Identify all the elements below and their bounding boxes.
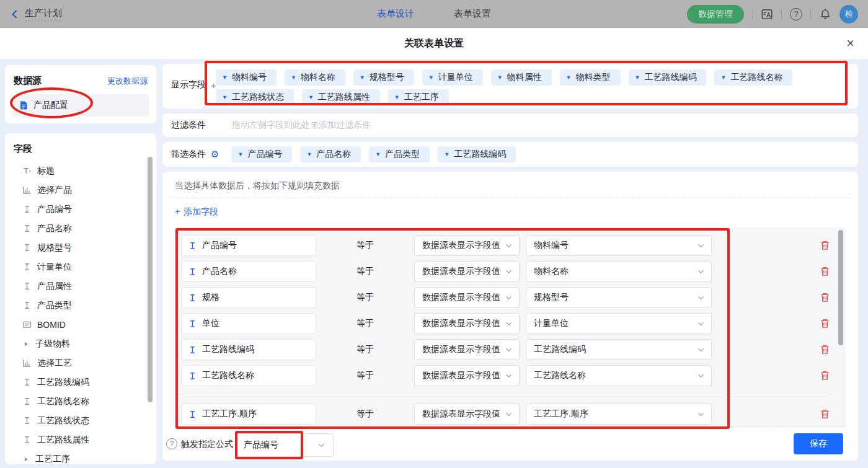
rule-value-select[interactable]: 工艺路线名称 (526, 365, 712, 386)
field-item[interactable]: 工艺路线状态 (5, 411, 156, 430)
datasource-item-product-config[interactable]: 产品配置 (12, 94, 149, 117)
screening-field-tag[interactable]: ▼产品类型 (369, 146, 430, 162)
chevron-down-icon (505, 410, 513, 418)
add-field-button[interactable]: + 添加字段 (175, 206, 218, 218)
rule-field-chip[interactable]: 产品名称 (181, 261, 316, 282)
help-icon[interactable]: ? (790, 8, 802, 20)
rule-field-chip[interactable]: 单位 (181, 313, 316, 334)
rule-value-select[interactable]: 工艺路线编码 (526, 339, 712, 360)
delete-rule-button[interactable] (820, 292, 830, 302)
field-item[interactable]: 标题 (5, 161, 156, 180)
text-field-icon (188, 410, 197, 419)
caret-down-icon: ▼ (291, 74, 296, 81)
rule-source-select[interactable]: 数据源表显示字段值 (414, 313, 520, 334)
display-field-tag[interactable]: ▼物料属性 (491, 69, 552, 86)
field-item[interactable]: 产品类型 (5, 296, 156, 315)
field-item[interactable]: 工艺工序 (5, 449, 156, 464)
screening-field-tag[interactable]: ▼产品编号 (231, 146, 292, 162)
field-item[interactable]: 工艺路线名称 (5, 392, 156, 411)
rule-field-chip[interactable]: 工艺路线编码 (181, 339, 316, 360)
filter-drop-placeholder[interactable]: 拖动左侧字段到此处来添加过滤条件 (232, 120, 371, 131)
rule-value-select[interactable]: 工艺工序.顺序 (526, 404, 712, 425)
display-field-tag[interactable]: ▼物料编号 (216, 69, 277, 86)
display-field-tag[interactable]: ▼工艺路线状态 (216, 89, 294, 105)
gear-icon[interactable]: ⚙ (211, 149, 219, 160)
display-field-tag[interactable]: ▼物料类型 (560, 69, 621, 86)
delete-rule-button[interactable] (820, 318, 830, 329)
text-field-icon (22, 224, 32, 233)
field-item[interactable]: 产品编号 (5, 200, 156, 219)
avatar[interactable]: 检 (839, 5, 858, 24)
chevron-down-icon (697, 242, 705, 250)
field-item[interactable]: 工艺路线属性 (5, 430, 156, 449)
rule-row: 产品名称 等于 数据源表显示字段值 物料名称 (175, 261, 846, 282)
rule-value-select[interactable]: 计量单位 (526, 313, 712, 334)
back-button[interactable]: 生产计划 (10, 7, 62, 21)
rule-field-chip[interactable]: 工艺路线名称 (181, 365, 316, 386)
field-item[interactable]: BOMID (5, 315, 156, 334)
rule-source-select[interactable]: 数据源表显示字段值 (414, 339, 520, 360)
rule-source-select[interactable]: 数据源表显示字段值 (414, 287, 520, 308)
delete-rule-button[interactable] (820, 240, 830, 250)
data-manage-button[interactable]: 数据管理 (687, 5, 744, 24)
title-field-icon (22, 166, 32, 175)
display-field-tag[interactable]: ▼规格型号 (353, 69, 414, 86)
text-field-icon (22, 262, 32, 272)
change-datasource-link[interactable]: 更改数据源 (107, 76, 148, 87)
help-icon[interactable]: ? (166, 438, 177, 449)
tab-form-settings[interactable]: 表单设置 (454, 8, 491, 20)
notification-bell-icon[interactable] (819, 8, 831, 20)
filter-conditions-label: 过滤条件 (171, 120, 206, 131)
field-item[interactable]: 产品名称 (5, 219, 156, 238)
screening-field-tag[interactable]: ▼产品名称 (300, 146, 361, 162)
field-item[interactable]: 计量单位 (5, 257, 156, 276)
delete-rule-button[interactable] (820, 344, 830, 355)
delete-rule-button[interactable] (820, 370, 830, 381)
field-item[interactable]: 工艺路线编码 (5, 373, 156, 392)
screening-field-tag[interactable]: ▼工艺路线编码 (438, 146, 516, 162)
rule-value-select[interactable]: 物料编号 (526, 235, 712, 256)
field-item[interactable]: 规格型号 (5, 238, 156, 257)
display-field-tag[interactable]: ▼工艺路线属性 (302, 89, 380, 105)
rule-source-select[interactable]: 数据源表显示字段值 (414, 365, 520, 386)
close-icon[interactable]: × (846, 35, 854, 51)
delete-rule-button[interactable] (820, 408, 830, 419)
rule-value-select[interactable]: 物料名称 (526, 261, 712, 282)
chevron-down-icon (505, 268, 513, 276)
sidebar-scrollbar[interactable] (148, 157, 153, 402)
caret-down-icon: ▼ (306, 151, 312, 157)
rule-row: 产品编号 等于 数据源表显示字段值 物料编号 (175, 235, 846, 256)
field-item[interactable]: 子级物料 (5, 334, 156, 353)
tab-form-design[interactable]: 表单设计 (377, 8, 414, 20)
display-field-tag[interactable]: ▼物料名称 (285, 69, 345, 86)
filter-conditions-panel: 过滤条件 拖动左侧字段到此处来添加过滤条件 (162, 113, 858, 137)
rule-value-select[interactable]: 规格型号 (526, 287, 712, 308)
rule-field-chip[interactable]: 产品编号 (181, 235, 316, 256)
fill-rules-hint: 当选择具体数据后，将按如下规则填充数据 (175, 180, 340, 192)
trigger-field-select[interactable]: 产品编号 (236, 433, 334, 457)
rule-source-select[interactable]: 数据源表显示字段值 (414, 235, 520, 256)
field-item[interactable]: 选择产品 (5, 180, 156, 200)
top-navbar: 生产计划 表单设计 表单设置 数据管理 ? 检 (0, 0, 868, 28)
save-button[interactable]: 保存 (794, 433, 843, 454)
display-field-tag[interactable]: ▼工艺工序 (388, 89, 449, 105)
rule-source-select[interactable]: 数据源表显示字段值 (414, 404, 520, 425)
rules-footer: ? 触发指定公式 产品编号 保存 (162, 427, 858, 461)
rule-field-chip[interactable]: 工艺工序.顺序 (181, 404, 316, 425)
text-field-icon (22, 377, 32, 387)
delete-rule-button[interactable] (820, 266, 830, 276)
expand-caret-icon (22, 456, 30, 463)
display-field-tag[interactable]: ▼计量单位 (422, 69, 483, 86)
rule-source-select[interactable]: 数据源表显示字段值 (414, 261, 520, 282)
rule-field-chip[interactable]: 规格 (181, 287, 316, 308)
trash-icon (820, 344, 830, 355)
trash-icon (820, 318, 830, 329)
caret-down-icon: ▼ (394, 94, 400, 100)
display-field-tag[interactable]: ▼工艺路线编码 (629, 69, 707, 86)
translate-icon[interactable] (761, 8, 773, 20)
document-icon (19, 100, 29, 110)
rules-scrollbar[interactable] (838, 230, 843, 345)
field-item[interactable]: 产品属性 (5, 276, 156, 296)
field-item[interactable]: 选择工艺 (5, 353, 156, 373)
display-field-tag[interactable]: ▼工艺路线名称 (714, 69, 792, 86)
